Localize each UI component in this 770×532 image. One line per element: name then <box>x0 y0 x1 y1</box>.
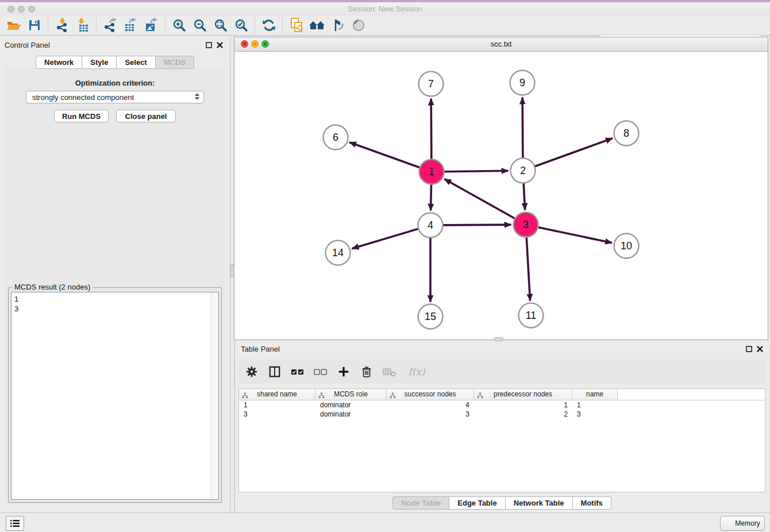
tab-style[interactable]: Style <box>82 56 117 69</box>
network-title: scc.txt <box>234 40 768 48</box>
table-cell[interactable]: dominator <box>315 400 387 410</box>
edge-3-1[interactable] <box>444 179 515 218</box>
edge-4-3[interactable] <box>442 225 511 225</box>
import-table-icon <box>75 18 90 33</box>
import-network-button[interactable] <box>52 17 72 34</box>
column-header-label: successor nodes <box>404 390 456 398</box>
table-settings-button[interactable] <box>244 363 259 380</box>
column-header-label: predecessor nodes <box>494 390 552 398</box>
control-panel-title: Control Panel <box>5 41 50 49</box>
network-window-titlebar[interactable]: × − + scc.txt <box>234 37 768 52</box>
close-panel-icon[interactable] <box>757 346 763 352</box>
add-column-button[interactable] <box>336 363 351 380</box>
edge-4-14[interactable] <box>352 229 418 249</box>
import-table-button[interactable] <box>72 17 93 34</box>
zoom-in-button[interactable] <box>169 17 190 34</box>
edge-1-6[interactable] <box>349 142 420 168</box>
run-mcds-button[interactable]: Run MCDS <box>54 110 109 122</box>
tab-select[interactable]: Select <box>117 56 155 69</box>
graph-node-label-3: 3 <box>523 219 529 230</box>
edge-1-4[interactable] <box>431 184 432 210</box>
export-network-button[interactable] <box>100 17 121 34</box>
tab-network[interactable]: Network <box>36 56 82 69</box>
table-cell[interactable]: 3 <box>572 410 618 419</box>
node-table[interactable]: shared nameMCDS rolesuccessor nodesprede… <box>238 388 765 492</box>
mcds-result-textarea[interactable]: 1 3 <box>11 292 219 500</box>
export-image-button[interactable] <box>141 17 162 34</box>
main-titlebar[interactable]: Session: New Session <box>0 2 770 16</box>
float-panel-icon[interactable] <box>746 346 752 352</box>
hide-graphics-icon <box>330 18 345 33</box>
close-panel-button[interactable]: Close panel <box>116 110 176 122</box>
column-header-predecessor-nodes[interactable]: predecessor nodes <box>474 389 572 400</box>
delete-table-button[interactable] <box>382 363 397 380</box>
column-header-mcds-role[interactable]: MCDS role <box>315 389 387 400</box>
gear-icon <box>245 365 258 378</box>
zoom-selected-button[interactable] <box>231 17 252 34</box>
float-panel-icon[interactable] <box>206 42 212 48</box>
zoom-fit-button[interactable] <box>210 17 231 34</box>
network-graph-canvas[interactable]: 7968124314101511 <box>234 51 768 340</box>
zoom-out-button[interactable] <box>190 17 210 34</box>
tab-motifs[interactable]: Motifs <box>573 496 611 510</box>
network-overview-button[interactable] <box>286 17 307 34</box>
close-panel-icon[interactable] <box>217 42 223 48</box>
memory-button[interactable]: Memory <box>720 516 765 531</box>
main-toolbar <box>0 16 770 36</box>
table-cell[interactable]: 3 <box>387 410 474 419</box>
horizontal-splitter-handle[interactable] <box>494 337 503 341</box>
table-row[interactable]: 3dominator323 <box>239 410 765 419</box>
column-header-successor-nodes[interactable]: successor nodes <box>387 389 474 400</box>
show-graphics-button[interactable] <box>348 17 369 34</box>
home-button[interactable] <box>307 17 328 34</box>
result-scrollbar[interactable] <box>210 292 218 499</box>
column-selector-button[interactable] <box>267 363 282 380</box>
edge-2-8[interactable] <box>534 138 613 167</box>
toolbar-separator <box>255 17 256 33</box>
graph-node-label-15: 15 <box>425 311 436 322</box>
edge-1-7[interactable] <box>431 98 432 159</box>
graph-node-label-10: 10 <box>621 240 632 252</box>
table-cell[interactable]: 1 <box>572 400 618 410</box>
session-title: Session: New Session <box>0 5 770 13</box>
graph-node-label-8: 8 <box>623 128 629 139</box>
edge-2-9[interactable] <box>522 97 523 158</box>
save-session-button[interactable] <box>24 17 45 34</box>
table-cell[interactable]: 2 <box>474 410 572 419</box>
task-history-button[interactable] <box>6 516 24 531</box>
export-table-button[interactable] <box>121 17 141 34</box>
open-session-button[interactable] <box>3 17 24 34</box>
checked-boxes-icon <box>290 365 305 378</box>
table-cell[interactable]: 4 <box>387 400 474 410</box>
table-cell[interactable]: 1 <box>474 400 572 410</box>
hide-graphics-button[interactable] <box>328 17 348 34</box>
edge-3-11[interactable] <box>526 237 530 300</box>
function-builder-button[interactable]: f(x) <box>405 363 428 380</box>
toolbar-separator <box>48 17 49 33</box>
graph-node-label-4: 4 <box>428 219 433 231</box>
criterion-dropdown[interactable]: strongly connected component <box>26 91 204 103</box>
memory-status-dot <box>725 520 732 527</box>
network-view-window[interactable]: × − + scc.txt 7968124314101511 <box>234 37 768 340</box>
deselect-all-rows-button[interactable] <box>313 363 328 380</box>
column-type-icon <box>318 391 325 400</box>
tab-mcds[interactable]: MCDS <box>156 56 194 69</box>
refresh-button[interactable] <box>259 17 279 34</box>
table-cell[interactable]: dominator <box>315 410 387 419</box>
tab-node-table[interactable]: Node Table <box>392 496 449 510</box>
table-cell[interactable]: 3 <box>239 410 315 419</box>
column-header-name[interactable]: name <box>572 389 618 400</box>
graph-node-label-11: 11 <box>526 310 537 321</box>
tab-edge-table[interactable]: Edge Table <box>449 496 505 510</box>
edge-2-3[interactable] <box>523 183 525 210</box>
edge-1-2[interactable] <box>444 171 508 171</box>
table-header-row: shared nameMCDS rolesuccessor nodesprede… <box>239 389 765 400</box>
column-header-shared-name[interactable]: shared name <box>239 389 315 400</box>
select-all-rows-button[interactable] <box>290 363 305 380</box>
edge-3-10[interactable] <box>538 227 612 242</box>
table-row[interactable]: 1dominator411 <box>239 400 765 410</box>
graph-node-label-2: 2 <box>520 165 526 176</box>
table-cell[interactable]: 1 <box>239 400 315 410</box>
delete-column-button[interactable] <box>359 363 374 380</box>
tab-network-table[interactable]: Network Table <box>506 496 573 510</box>
